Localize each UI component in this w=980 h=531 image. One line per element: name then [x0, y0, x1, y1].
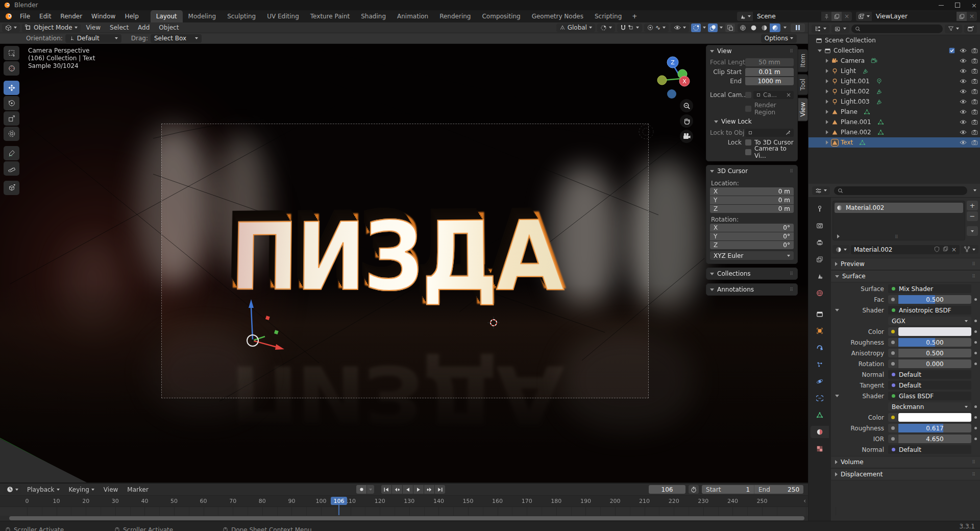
shader-field[interactable]: Mix Shader [888, 284, 971, 293]
add-slot-button[interactable]: + [967, 201, 978, 210]
properties-tab-constraints[interactable] [811, 392, 829, 404]
workspace-tab-geometry-nodes[interactable]: Geometry Nodes [526, 10, 589, 22]
camera-to-view-checkbox[interactable] [745, 149, 751, 155]
viewport-menu-add[interactable]: Add [133, 24, 154, 31]
viewport-canvas[interactable]: ПИЗДА ПИЗДА ПИЗДА ПИЗДА [0, 44, 808, 482]
transform-orientation-dropdown[interactable]: Global [556, 23, 595, 32]
properties-tab-world[interactable] [811, 287, 829, 299]
outliner-row-light[interactable]: Light [808, 66, 980, 76]
workspace-tab-modeling[interactable]: Modeling [183, 10, 222, 22]
cursor-location-z-field[interactable]: Z0 m [710, 205, 794, 213]
tool-measure[interactable] [4, 161, 19, 176]
properties-tab-material[interactable] [811, 426, 829, 438]
add-workspace-button[interactable]: + [627, 10, 642, 22]
viewlayer-selector[interactable]: ViewLayer × [856, 12, 977, 21]
current-frame-field[interactable]: 106 [649, 485, 685, 494]
shader-field[interactable]: Glass BSDF [888, 392, 971, 400]
properties-options-chevron[interactable] [973, 189, 976, 191]
play-reverse-button[interactable] [403, 485, 413, 494]
region-collapse-arrow[interactable]: ‹ [803, 497, 806, 504]
cursor-location-y-field[interactable]: Y0 m [710, 196, 794, 204]
new-scene-icon[interactable] [831, 12, 842, 21]
scene-selector[interactable]: Scene × [737, 12, 852, 21]
tool-move[interactable] [4, 81, 19, 95]
properties-tab-particles[interactable] [811, 358, 829, 371]
properties-tab-object[interactable] [811, 325, 829, 337]
node-tree-button[interactable] [961, 245, 978, 254]
properties-tab-render[interactable] [811, 220, 829, 232]
hide-viewport-icon[interactable] [960, 58, 967, 64]
material-name-field[interactable]: Material.002 × [851, 245, 960, 254]
slider-field[interactable]: 0.500 [898, 295, 971, 304]
show-overlays-toggle[interactable] [708, 23, 718, 32]
properties-search-field[interactable] [834, 186, 967, 195]
tool-annotate[interactable] [4, 146, 19, 160]
shading-solid-button[interactable] [748, 23, 759, 32]
number-field[interactable]: 0.500 [898, 349, 971, 357]
auto-keying-button[interactable] [356, 485, 366, 494]
slot-grip[interactable]: ⠿ [895, 234, 898, 239]
slider-field[interactable]: 0.617 [898, 424, 971, 432]
hide-viewport-icon[interactable] [960, 88, 967, 94]
properties-tab-scene[interactable] [811, 270, 829, 282]
outliner-search-field[interactable] [851, 25, 943, 33]
properties-tab-texture[interactable] [811, 443, 829, 455]
menu-edit[interactable]: Edit [35, 13, 56, 20]
viewport-menu-view[interactable]: View [82, 24, 105, 31]
slider-field[interactable]: 0.500 [898, 338, 971, 347]
blender-menu-icon[interactable] [5, 13, 12, 20]
sidebar-tab-item[interactable]: Item [798, 49, 808, 72]
frame-end-field[interactable]: End250 [754, 485, 803, 494]
view-panel-header[interactable]: View⠿ [706, 45, 797, 57]
hide-viewport-icon[interactable] [960, 78, 967, 84]
render-region-checkbox[interactable] [745, 106, 751, 112]
cursor-rotation-z-field[interactable]: Z0° [710, 241, 794, 249]
clear-icon[interactable]: × [786, 91, 791, 99]
fake-user-shield-icon[interactable] [934, 246, 940, 253]
remove-viewlayer-icon[interactable]: × [967, 12, 977, 21]
workspace-tab-uv-editing[interactable]: UV Editing [261, 10, 305, 22]
focal-length-field[interactable]: 50 mm [745, 58, 794, 66]
color-swatch[interactable] [898, 327, 971, 336]
timeline-track-area[interactable] [0, 506, 808, 516]
disable-render-icon[interactable] [971, 47, 978, 54]
workspace-tab-layout[interactable]: Layout [151, 10, 183, 22]
properties-tab-tool[interactable] [811, 203, 829, 215]
menu-window[interactable]: Window [87, 13, 120, 20]
local-camera-checkbox[interactable] [745, 92, 751, 98]
outliner-row-scene-collection[interactable]: Scene Collection [808, 35, 980, 45]
clip-start-field[interactable]: 0.01 m [745, 68, 794, 76]
properties-tab-output[interactable] [811, 236, 829, 249]
zoom-view-icon[interactable] [680, 99, 693, 112]
visibility-dropdown[interactable] [671, 23, 689, 32]
tool-box-select[interactable] [4, 46, 19, 60]
pin-icon[interactable] [821, 12, 831, 21]
local-camera-field[interactable]: Ca... × [753, 91, 794, 99]
minimize-button[interactable] [939, 5, 944, 6]
disable-render-icon[interactable] [971, 109, 978, 115]
properties-tab-collection[interactable] [811, 308, 829, 320]
menu-render[interactable]: Render [56, 13, 87, 20]
snap-controls[interactable] [617, 23, 642, 32]
sidebar-tab-view[interactable]: View [798, 98, 808, 121]
copy-material-icon[interactable] [943, 246, 948, 253]
cursor-rotation-x-field[interactable]: X0° [710, 224, 794, 232]
outliner-row-plane[interactable]: Plane [808, 107, 980, 117]
properties-tab-modifiers[interactable] [811, 342, 829, 354]
hide-viewport-icon[interactable] [960, 99, 967, 105]
timeline-ruler[interactable]: 0102030405060708090100110120130140150160… [0, 495, 808, 507]
material-slot-row[interactable]: Material.002 [835, 203, 963, 213]
view-lock-subpanel-header[interactable]: View Lock [706, 116, 797, 127]
mode-dropdown[interactable]: Object Mode [22, 23, 81, 32]
jump-start-button[interactable] [381, 485, 391, 494]
disable-render-icon[interactable] [971, 78, 978, 85]
viewport-menu-select[interactable]: Select [105, 24, 133, 31]
outliner-row-collection[interactable]: Collection [808, 45, 980, 56]
pan-view-icon[interactable] [680, 114, 693, 128]
playhead-label[interactable]: 106 [331, 497, 347, 505]
enum-dropdown[interactable]: GGX [888, 317, 971, 325]
slot-specials-button[interactable] [967, 226, 978, 236]
properties-editor-type-button[interactable] [812, 186, 830, 195]
pause-render-button[interactable] [791, 23, 805, 32]
hide-viewport-icon[interactable] [960, 68, 967, 74]
